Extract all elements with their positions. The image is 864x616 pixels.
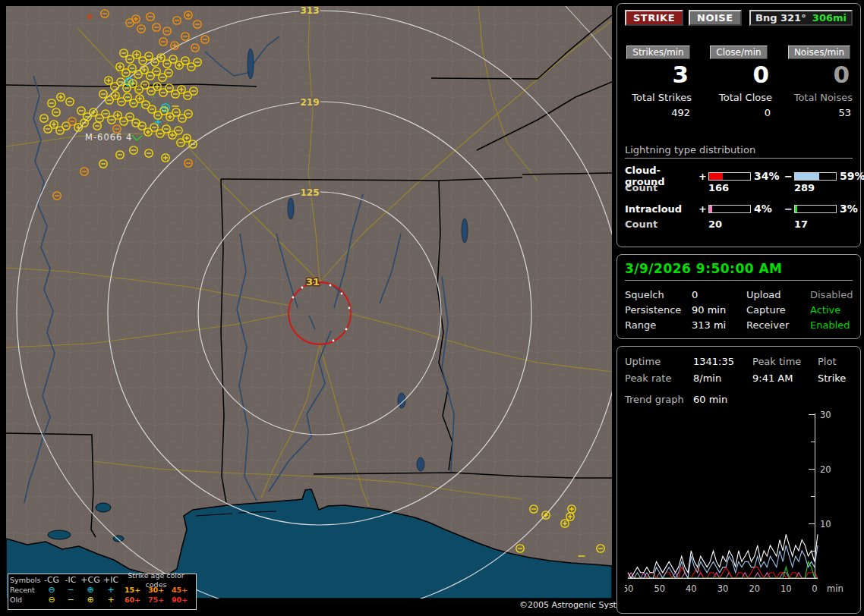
receiver-label: Receiver	[746, 319, 810, 331]
ring-label-219: 219	[300, 97, 319, 108]
bearing-range: 306mi	[812, 12, 847, 24]
legend-row-old: Old	[10, 596, 42, 605]
strikes-per-min-value: 3	[625, 61, 689, 87]
ic-minus-bar	[794, 205, 837, 213]
total-strikes-label: Total Strikes	[625, 92, 692, 103]
storm-cell-label: M-6066 4	[85, 132, 132, 143]
plus-sign: +	[698, 203, 708, 215]
plus-sign: +	[698, 171, 708, 182]
x-tick-10: 10	[780, 583, 792, 594]
ic-minus-percent: 3%	[837, 203, 858, 215]
recent-cg-plus-icon: ⊕	[80, 586, 101, 595]
uptime-value: 1341:35	[693, 356, 752, 367]
minus-sign: −	[784, 203, 794, 215]
persistence-label: Persistence	[625, 304, 692, 316]
capture-status: Active	[810, 304, 853, 316]
trend-graph-label: Trend graph	[625, 394, 693, 405]
range-value: 313 mi	[692, 319, 746, 331]
squelch-label: Squelch	[625, 289, 692, 300]
intracloud-row: Intracloud + 4% − 3%	[625, 201, 853, 216]
capture-label: Capture	[746, 304, 810, 316]
symbol-legend: Symbols -CG -IC +CG +IC Strike age color…	[8, 574, 197, 610]
x-tick-20: 20	[749, 583, 760, 594]
ic-minus-count: 17	[794, 218, 837, 230]
recent-ic-plus-icon: +	[101, 586, 121, 595]
total-noises-label: Total Noises	[786, 92, 853, 103]
y-tick-20: 20	[820, 464, 831, 475]
x-tick-50: 50	[654, 583, 665, 594]
upload-status: Disabled	[810, 289, 853, 300]
strike-mode-button[interactable]: STRIKE	[625, 10, 683, 26]
noise-mode-button[interactable]: NOISE	[689, 10, 742, 26]
y-tick-30: 30	[820, 410, 831, 420]
trend-box: Uptime 1341:35 Peak time Plot Peak rate …	[616, 346, 861, 614]
cg-plus-bar	[708, 172, 751, 181]
trend-graph: 30 20 10 60 50 40 30 20 10 0 min	[625, 410, 853, 601]
noises-per-min-chip[interactable]: Noises/min	[788, 46, 850, 59]
plot-mode-value: Strike	[818, 372, 853, 384]
peak-time-label: Peak time	[752, 356, 818, 367]
receiver-status: Enabled	[810, 319, 853, 331]
close-per-min-chip[interactable]: Close/min	[710, 46, 767, 59]
ring-label-125: 125	[300, 187, 319, 198]
recent-ic-minus-icon: −	[61, 586, 80, 595]
old-cg-plus-icon: ⊕	[80, 596, 101, 605]
plot-label: Plot	[818, 356, 853, 367]
old-ic-plus-icon: +	[101, 596, 121, 605]
range-label: Range	[625, 319, 692, 331]
old-cg-minus-icon: ⊖	[42, 596, 61, 605]
ring-label-31: 31	[306, 276, 320, 288]
cg-minus-percent: 59%	[837, 170, 864, 182]
x-tick-60: 60	[625, 583, 633, 594]
strike-map[interactable]: 313 219 125 31 M-6066 4	[6, 6, 612, 599]
lightning-distribution: Lightning type distribution Cloud-ground…	[625, 144, 853, 231]
total-noises-value: 53	[786, 107, 853, 118]
nexstorm-window: { "window": { "copyright": "©2005 Astrog…	[0, 0, 864, 616]
x-tick-30: 30	[717, 583, 729, 594]
recent-cg-minus-icon: ⊖	[42, 586, 61, 595]
status-panel: STRIKE NOISE Bng 321° 306mi Strikes/min …	[616, 3, 861, 616]
ring-label-313: 313	[300, 6, 319, 16]
close-per-min-value: 0	[705, 61, 769, 87]
system-status-box: 3/9/2026 9:50:00 AM Squelch 0 Upload Dis…	[616, 254, 861, 339]
ic-plus-count: 20	[708, 218, 751, 230]
bearing-value: Bng 321°	[755, 12, 806, 24]
cg-minus-bar	[794, 172, 837, 181]
ic-plus-percent: 4%	[751, 203, 784, 215]
squelch-value: 0	[692, 289, 746, 300]
distribution-title: Lightning type distribution	[625, 144, 853, 159]
counters-box: STRIKE NOISE Bng 321° 306mi Strikes/min …	[616, 3, 861, 247]
trend-graph-value: 60 min	[693, 394, 727, 405]
bearing-display: Bng 321° 306mi	[749, 10, 853, 26]
persistence-value: 90 min	[692, 304, 746, 316]
current-datetime: 3/9/2026 9:50:00 AM	[625, 261, 853, 281]
x-tick-0: 0	[812, 583, 817, 594]
cg-minus-count: 289	[794, 182, 837, 193]
total-strikes-value: 492	[625, 107, 692, 118]
strikes-counter: Strikes/min 3 Total Strikes 492	[625, 44, 692, 118]
legend-row-recent: Recent	[10, 586, 42, 595]
x-axis-unit: min	[827, 583, 844, 594]
noises-per-min-value: 0	[786, 61, 850, 87]
intracloud-count-row: Count 20 17	[625, 216, 853, 231]
minus-sign: −	[784, 171, 794, 182]
peak-rate-label: Peak rate	[625, 372, 693, 384]
close-counter: Close/min 0 Total Close 0	[705, 44, 772, 118]
legend-symbols-header: Symbols	[10, 576, 42, 585]
upload-label: Upload	[746, 289, 810, 300]
peak-time-value: 9:41 AM	[752, 372, 818, 384]
old-ic-minus-icon: −	[61, 596, 80, 605]
ic-plus-bar	[708, 205, 751, 213]
total-close-value: 0	[705, 107, 772, 118]
strikes-per-min-chip[interactable]: Strikes/min	[626, 46, 689, 59]
cg-plus-count: 166	[708, 182, 751, 193]
cloud-ground-count-row: Count 166 289	[625, 180, 853, 195]
y-tick-10: 10	[820, 519, 831, 530]
uptime-label: Uptime	[625, 356, 693, 367]
total-close-label: Total Close	[705, 92, 772, 103]
x-tick-40: 40	[686, 583, 697, 594]
peak-rate-value: 8/min	[693, 372, 752, 384]
cg-plus-percent: 34%	[751, 170, 784, 182]
cloud-ground-row: Cloud-ground + 34% − 59%	[625, 165, 853, 180]
noises-counter: Noises/min 0 Total Noises 53	[786, 44, 853, 118]
